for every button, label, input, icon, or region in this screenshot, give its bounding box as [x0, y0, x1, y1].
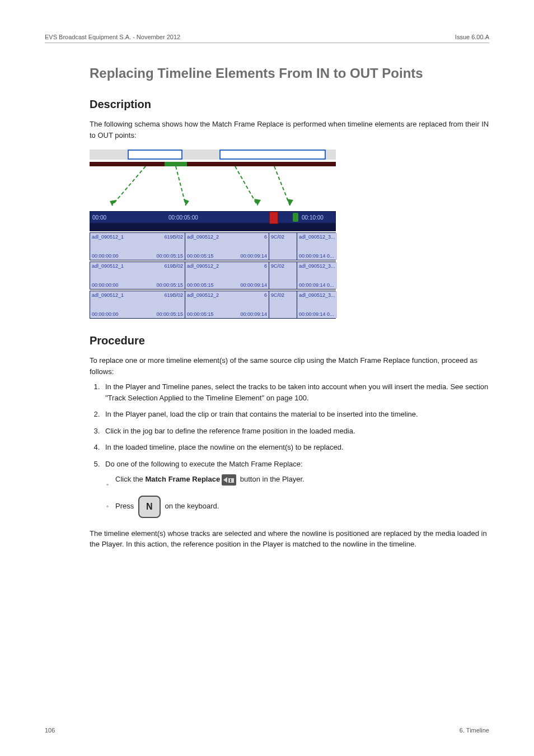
time-ruler: 00:00 00:00:05:00 00:10:00: [90, 211, 336, 223]
clip-name: adl_090512_1: [92, 292, 124, 298]
clip-out: 00:00:05:15: [156, 282, 183, 288]
ruler-t1: 00:00:05:00: [168, 214, 198, 221]
clip-in: 00:00:05:15: [187, 282, 214, 288]
clip-cell: adl_090512_1619B/02 00:00:00:0000:00:05:…: [90, 233, 185, 260]
clip-id: 6: [264, 292, 267, 298]
header-rule: [45, 43, 489, 43]
clip-cell: adl_090512_26 00:00:05:1500:00:09:14: [185, 233, 269, 260]
clip-in: 00:00:05:15: [187, 311, 214, 317]
clip-in: 00:00:00:00: [92, 282, 119, 288]
svg-line-0: [112, 166, 146, 206]
track-row: adl_090512_1619B/02 00:00:00:0000:00:05:…: [90, 232, 336, 260]
schema-top-zone: [90, 150, 336, 211]
clip-name: adl_090512_3...: [299, 234, 335, 240]
substep-click-bold: Match Frame Replace: [145, 475, 220, 483]
step-4: In the loaded timeline, place the nowlin…: [102, 442, 489, 453]
step-2: In the Player panel, load the clip or tr…: [102, 409, 489, 420]
ruler-gap: [90, 223, 336, 231]
procedure-heading: Procedure: [90, 334, 489, 347]
schema-source-strip: [90, 162, 336, 166]
keyboard-key-n: N: [138, 496, 161, 518]
clip-id: 9C/02: [271, 234, 284, 240]
clip-name: adl_090512_1: [92, 234, 124, 240]
clip-id: 619B/02: [164, 263, 183, 269]
clip-in: 00:00:00:00: [92, 311, 119, 317]
schema-figure: 00:00 00:00:05:00 00:10:00 adl_090512_16…: [90, 150, 336, 319]
procedure-intro: To replace one or more timeline element(…: [90, 355, 489, 377]
footer-page-number: 106: [45, 727, 55, 734]
substep-press-suffix: on the keyboard.: [163, 502, 219, 510]
schema-source-block-left: [128, 150, 182, 160]
substep-click-suffix: button in the Player.: [238, 475, 305, 483]
track-row: adl_090512_1619B/02 00:00:00:0000:00:05:…: [90, 291, 336, 319]
clip-id: 6: [264, 263, 267, 269]
clip-id: 9C/02: [271, 263, 284, 269]
clip-id: 619B/02: [164, 292, 183, 298]
procedure-list: In the Player and Timeline panes, select…: [90, 381, 489, 518]
track-row: adl_090512_1619B/02 00:00:00:0000:00:05:…: [90, 262, 336, 290]
clip-cell: adl_090512_3... 00:00:09:14 0...: [297, 262, 337, 289]
clip-cell: adl_090512_26 00:00:05:1500:00:09:14: [185, 291, 269, 318]
clip-cell: adl_090512_1619B/02 00:00:00:0000:00:05:…: [90, 291, 185, 318]
clip-cell: 9C/02: [269, 233, 297, 260]
footer-section: 6. Timeline: [460, 727, 489, 734]
substep-click: Click the Match Frame Replace button in …: [115, 474, 489, 486]
clip-id: 9C/02: [271, 292, 284, 298]
clip-in: 00:00:00:00: [92, 253, 119, 259]
match-frame-replace-icon: [222, 474, 236, 486]
clip-cell: adl_090512_3... 00:00:09:14 0...: [297, 233, 337, 260]
svg-marker-7: [287, 199, 293, 206]
ruler-green-marker: [293, 213, 298, 222]
description-paragraph: The following schema shows how the Match…: [90, 119, 489, 141]
clip-name: adl_090512_3...: [299, 292, 335, 298]
schema-source-block-right: [219, 150, 326, 160]
svg-line-2: [235, 166, 257, 206]
substep-press-prefix: Press: [115, 502, 136, 510]
clip-cell: 9C/02: [269, 291, 297, 318]
clip-out: 00:00:09:14: [240, 253, 267, 259]
substep-press: Press N on the keyboard.: [115, 496, 489, 518]
header-right: Issue 6.00.A: [455, 34, 489, 40]
clip-cell: 9C/02: [269, 262, 297, 289]
clip-name: adl_090512_2: [187, 263, 219, 269]
header-left: EVS Broadcast Equipment S.A. - November …: [45, 34, 180, 40]
clip-name: adl_090512_3...: [299, 263, 335, 269]
clip-cell: adl_090512_3... 00:00:09:14 0...: [297, 291, 337, 318]
clip-name: adl_090512_2: [187, 292, 219, 298]
clip-cell: adl_090512_1619B/02 00:00:00:0000:00:05:…: [90, 262, 185, 289]
ruler-t0: 00:00: [92, 214, 106, 221]
step-5: Do one of the following to execute the M…: [102, 459, 489, 518]
clip-in: 00:00:09:14 0...: [299, 311, 334, 317]
clip-cell: adl_090512_26 00:00:05:1500:00:09:14: [185, 262, 269, 289]
clip-out: 00:00:09:14: [240, 311, 267, 317]
page-title: Replacing Timeline Elements From IN to O…: [90, 66, 489, 81]
step-1: In the Player and Timeline panes, select…: [102, 381, 489, 403]
clip-out: 00:00:05:15: [156, 253, 183, 259]
schema-arrows: [90, 166, 336, 211]
substep-list: Click the Match Frame Replace button in …: [105, 474, 489, 518]
clip-name: adl_090512_2: [187, 234, 219, 240]
clip-name: adl_090512_1: [92, 263, 124, 269]
step-3: Click in the jog bar to define the refer…: [102, 426, 489, 437]
clip-in: 00:00:09:14 0...: [299, 253, 334, 259]
procedure-outro: The timeline element(s) whose tracks are…: [90, 528, 489, 550]
clip-out: 00:00:09:14: [240, 282, 267, 288]
clip-in: 00:00:05:15: [187, 253, 214, 259]
clip-id: 6: [264, 234, 267, 240]
clip-in: 00:00:09:14 0...: [299, 282, 334, 288]
ruler-t2: 00:10:00: [302, 214, 324, 221]
clip-id: 619B/02: [164, 234, 183, 240]
description-heading: Description: [90, 98, 489, 111]
step-5-text: Do one of the following to execute the M…: [105, 460, 303, 468]
svg-marker-4: [110, 200, 116, 206]
substep-click-prefix: Click the: [115, 475, 145, 483]
schema-source-green: [165, 162, 187, 166]
ruler-nowline-marker: [269, 212, 278, 224]
clip-out: 00:00:05:15: [156, 311, 183, 317]
